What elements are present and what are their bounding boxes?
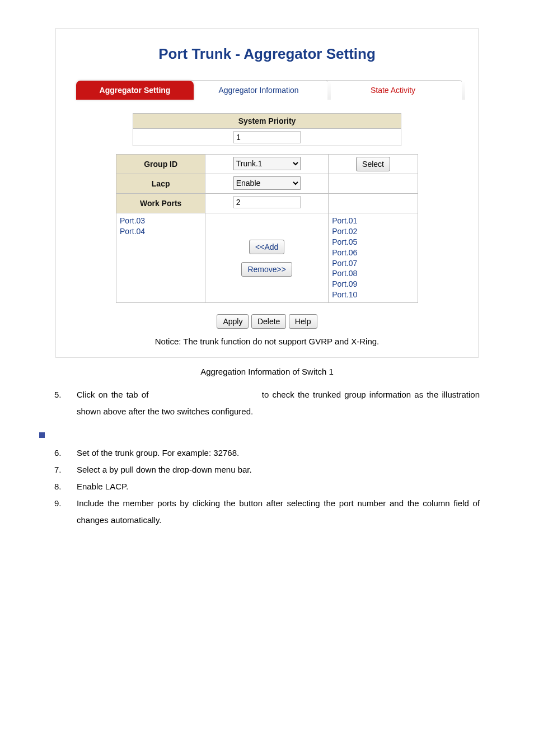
list-number: 5. — [54, 386, 77, 420]
available-ports-list[interactable]: Port.01Port.02Port.05Port.06Port.07Port.… — [332, 216, 414, 300]
list-text: Click on the tab of to check the trunked… — [77, 386, 480, 420]
notice-text: Notice: The trunk function do not suppor… — [68, 337, 466, 346]
tab-aggregator-setting[interactable]: Aggregator Setting — [76, 81, 194, 100]
tab-aggregator-information[interactable]: Aggregator Information — [188, 80, 329, 100]
list-number: 9. — [54, 495, 77, 529]
apply-button[interactable]: Apply — [217, 314, 249, 329]
list-number: 6. — [54, 445, 77, 461]
list-text: Enable LACP. — [77, 478, 480, 495]
lacp-header: Lacp — [116, 174, 205, 194]
body-text-section2: 6. Set of the trunk group. For example: … — [54, 445, 480, 529]
group-id-header: Group ID — [116, 155, 205, 174]
remove-button[interactable]: Remove>> — [241, 262, 292, 277]
config-screenshot: Port Trunk - Aggregator Setting State Ac… — [55, 28, 479, 358]
add-button[interactable]: <<Add — [249, 240, 284, 254]
select-button[interactable]: Select — [356, 157, 390, 171]
body-text: 5. Click on the tab of to check the trun… — [54, 386, 480, 420]
tab-label: Aggregator Information — [218, 86, 298, 95]
lacp-select[interactable]: Enable — [233, 176, 301, 190]
tab-state-activity[interactable]: State Activity — [322, 80, 463, 100]
list-text: Set of the trunk group. For example: 327… — [77, 445, 480, 461]
list-number: 7. — [54, 461, 77, 478]
tab-edge-decor — [327, 81, 331, 100]
section-bullet-icon — [39, 432, 45, 438]
list-text: Select a by pull down the drop-down menu… — [77, 461, 480, 478]
text-fragment: Click on the tab of — [77, 390, 152, 399]
page-title: Port Trunk - Aggregator Setting — [68, 45, 466, 63]
group-id-select[interactable]: Trunk.1 — [233, 157, 301, 170]
figure-caption: Aggregation Information of Switch 1 — [0, 367, 534, 376]
system-priority-input[interactable] — [233, 131, 301, 143]
help-button[interactable]: Help — [289, 314, 317, 329]
system-priority-header: System Priority — [133, 113, 401, 129]
tab-label: State Activity — [371, 86, 415, 95]
work-ports-header: Work Ports — [116, 194, 205, 213]
tab-edge-decor — [462, 81, 465, 100]
tab-bar: State Activity Aggregator Information Ag… — [76, 78, 466, 100]
form-area: System Priority Group ID Trunk.1 Select … — [68, 113, 466, 346]
config-grid: Group ID Trunk.1 Select Lacp Enable — [116, 154, 418, 303]
tab-label: Aggregator Setting — [100, 86, 171, 95]
list-text: Include the member ports by clicking the… — [77, 495, 480, 529]
member-ports-list[interactable]: Port.03Port.04 — [120, 216, 202, 237]
list-number: 8. — [54, 478, 77, 495]
delete-button[interactable]: Delete — [251, 314, 286, 329]
work-ports-input[interactable] — [233, 196, 301, 208]
